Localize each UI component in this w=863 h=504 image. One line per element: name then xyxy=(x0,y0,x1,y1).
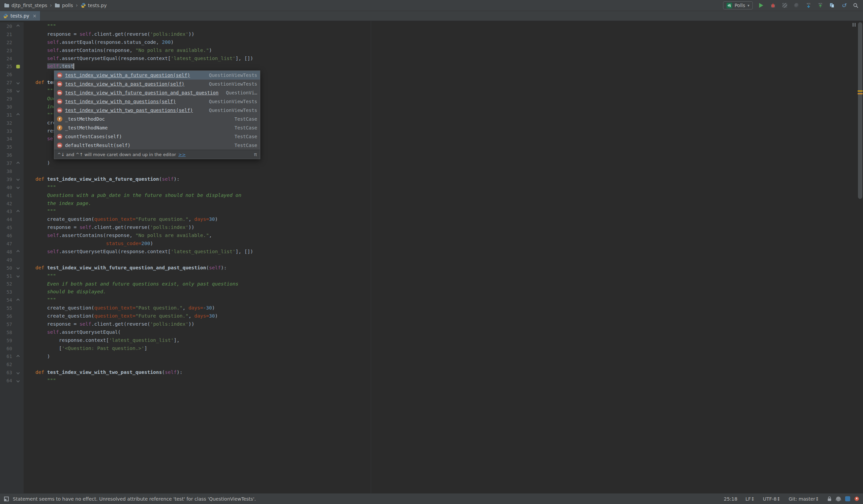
gutter-line[interactable]: 62 xyxy=(0,361,24,368)
breadcrumb-item-project[interactable]: djtp_first_steps xyxy=(4,3,47,8)
code-line[interactable]: the index page. xyxy=(24,200,856,208)
gutter-line[interactable]: 40 xyxy=(0,184,24,191)
gutter-line[interactable]: 49 xyxy=(0,256,24,264)
toolwindow-toggle-icon[interactable] xyxy=(4,496,9,501)
code-line[interactable] xyxy=(24,361,856,368)
breadcrumb-item-polls[interactable]: polls xyxy=(54,3,73,8)
code-line[interactable]: self.assertQuerysetEqual(response.contex… xyxy=(24,248,856,256)
search-everywhere-button[interactable] xyxy=(852,2,859,9)
code-line[interactable]: response = self.client.get(reverse('poll… xyxy=(24,30,856,38)
code-line[interactable]: Even if both past and future questions e… xyxy=(24,280,856,288)
fold-down-icon[interactable] xyxy=(16,371,20,374)
code-line[interactable] xyxy=(24,167,856,175)
gutter-line[interactable]: 58 xyxy=(0,328,24,337)
code-line[interactable]: def test_index_view_with_future_question… xyxy=(24,264,856,272)
notifications-icon[interactable] xyxy=(854,496,859,501)
gutter-line[interactable]: 44 xyxy=(0,215,24,224)
inspector-profile-icon[interactable] xyxy=(836,496,841,501)
code-line[interactable]: create_question(question_text="Future qu… xyxy=(24,312,856,320)
gutter-line[interactable]: 21 xyxy=(0,30,24,38)
rollback-button[interactable]: ↺ xyxy=(840,2,847,9)
code-line[interactable]: """ xyxy=(24,296,856,304)
caret-position-widget[interactable]: 25:18 xyxy=(724,496,737,502)
tab-tests-py[interactable]: tests.py × xyxy=(0,11,40,21)
gutter-line[interactable]: 52 xyxy=(0,280,24,288)
completion-item[interactable]: mtest_index_view_with_a_future_question(… xyxy=(54,71,260,79)
completion-item[interactable]: mtest_index_view_with_two_past_questions… xyxy=(54,106,260,115)
fold-up-icon[interactable] xyxy=(16,355,20,358)
gutter-line[interactable]: 61 xyxy=(0,353,24,361)
gutter-line[interactable]: 28 xyxy=(0,87,24,95)
vcs-update-button[interactable]: VCS xyxy=(805,2,812,9)
code-line[interactable]: """ xyxy=(24,377,856,385)
encoding-widget[interactable]: UTF-8↕ xyxy=(763,496,781,502)
gutter-line[interactable]: 34 xyxy=(0,135,24,143)
completion-more-link[interactable]: >> xyxy=(178,152,186,157)
gutter-line[interactable]: 26 xyxy=(0,71,24,78)
completion-item[interactable]: mcountTestCases(self)TestCase xyxy=(54,132,260,141)
gutter-line[interactable]: 63 xyxy=(0,368,24,377)
completion-item[interactable]: mtest_index_view_with_no_questions(self)… xyxy=(54,97,260,106)
gutter-line[interactable]: 41 xyxy=(0,191,24,200)
gutter-line[interactable]: 32 xyxy=(0,119,24,127)
gutter-line[interactable]: 55 xyxy=(0,304,24,312)
code-line[interactable]: should be displayed. xyxy=(24,288,856,296)
gutter-line[interactable]: 23 xyxy=(0,47,24,55)
gutter-line[interactable]: 46 xyxy=(0,231,24,240)
code-line[interactable]: self.test xyxy=(24,62,856,71)
gutter-line[interactable]: 51 xyxy=(0,272,24,280)
completion-item[interactable]: f_testMethodNameTestCase xyxy=(54,123,260,132)
gutter-line[interactable]: 25 xyxy=(0,62,24,71)
profiler-button[interactable] xyxy=(793,2,800,9)
code-line[interactable]: response = self.client.get(reverse('poll… xyxy=(24,224,856,231)
code-line[interactable]: self.assertEqual(response.status_code, 2… xyxy=(24,38,856,47)
gutter-line[interactable]: 56 xyxy=(0,312,24,320)
warning-stripe-mark[interactable] xyxy=(858,90,863,92)
debug-button[interactable] xyxy=(770,2,776,9)
code-line[interactable] xyxy=(24,256,856,264)
gutter-line[interactable]: 47 xyxy=(0,240,24,248)
fold-down-icon[interactable] xyxy=(16,178,20,181)
breadcrumb-item-file[interactable]: tests.py xyxy=(80,3,107,8)
fold-down-icon[interactable] xyxy=(16,186,20,189)
gutter-line[interactable]: 38 xyxy=(0,167,24,175)
gutter-line[interactable]: 29 xyxy=(0,95,24,103)
scrollbar-track[interactable] xyxy=(857,21,863,493)
gutter-line[interactable]: 31 xyxy=(0,111,24,119)
run-button[interactable] xyxy=(758,2,765,9)
gutter-line[interactable]: 64 xyxy=(0,377,24,385)
completion-item[interactable]: f_testMethodDocTestCase xyxy=(54,115,260,123)
gutter-line[interactable]: 42 xyxy=(0,200,24,208)
code-line[interactable]: Questions with a pub_date in the future … xyxy=(24,191,856,200)
gutter-line[interactable]: 43 xyxy=(0,207,24,215)
fold-down-icon[interactable] xyxy=(16,81,20,84)
gutter-line[interactable]: 24 xyxy=(0,55,24,63)
gutter-line[interactable]: 35 xyxy=(0,143,24,151)
scrollbar-thumb[interactable] xyxy=(858,22,862,199)
fold-up-icon[interactable] xyxy=(16,298,20,302)
fold-up-icon[interactable] xyxy=(16,162,20,165)
gutter-line[interactable]: 37 xyxy=(0,159,24,167)
completion-item[interactable]: mdefaultTestResult(self)TestCase xyxy=(54,141,260,150)
completion-item[interactable]: mtest_index_view_with_future_question_an… xyxy=(54,88,260,97)
gutter-line[interactable]: 45 xyxy=(0,224,24,231)
code-line[interactable]: response = self.client.get(reverse('poll… xyxy=(24,320,856,328)
intention-bulb-icon[interactable] xyxy=(16,65,20,68)
gutter-line[interactable]: 30 xyxy=(0,103,24,111)
warning-stripe-mark[interactable] xyxy=(858,93,863,94)
code-line[interactable]: def test_index_view_with_a_future_questi… xyxy=(24,175,856,184)
code-line[interactable]: ) xyxy=(24,353,856,361)
code-line[interactable]: response.context['latest_question_list']… xyxy=(24,337,856,344)
fold-down-icon[interactable] xyxy=(16,274,20,278)
code-line[interactable]: self.assertQuerysetEqual(response.contex… xyxy=(24,55,856,63)
code-line[interactable]: """ xyxy=(24,207,856,215)
code-line[interactable]: self.assertContains(response, "No polls … xyxy=(24,231,856,240)
gutter-line[interactable]: 22 xyxy=(0,38,24,47)
fold-down-icon[interactable] xyxy=(16,266,20,270)
code-line[interactable]: self.assertQuerysetEqual( xyxy=(24,328,856,337)
gutter-line[interactable]: 57 xyxy=(0,320,24,328)
code-line[interactable]: """ xyxy=(24,272,856,280)
code-line[interactable]: """ xyxy=(24,184,856,191)
fold-down-icon[interactable] xyxy=(16,379,20,382)
diff-button[interactable] xyxy=(829,2,835,9)
